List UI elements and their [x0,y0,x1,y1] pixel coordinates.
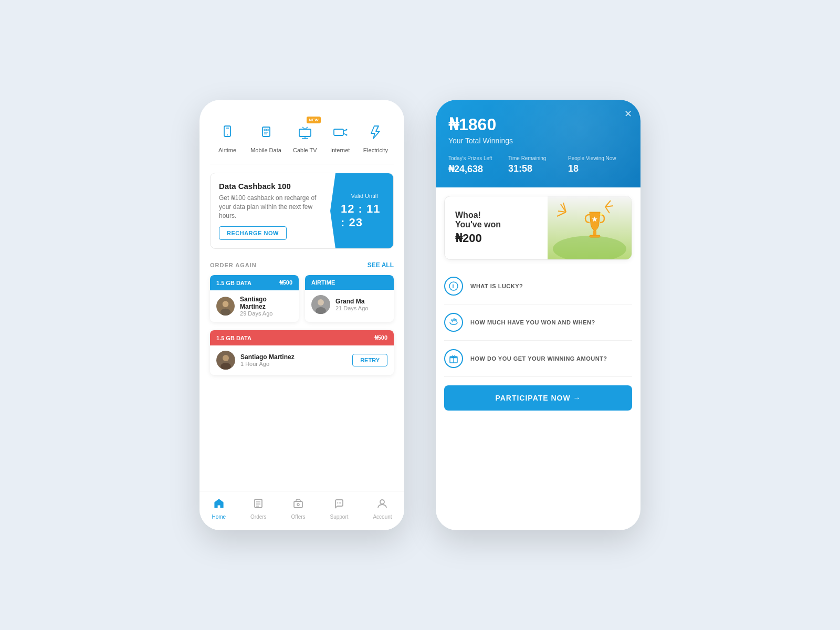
electricity-icon [364,121,387,144]
order-data-person: Santiago Martinez 29 Days Ago [240,296,292,317]
home-icon [213,498,225,512]
svg-rect-31 [294,501,302,508]
recharge-button[interactable]: RECHARGE NOW [219,226,287,240]
right-phone: ✕ ₦1860 Your Total Winnings Today's Priz… [436,100,640,530]
prizes-left-value: ₦24,638 [448,163,508,175]
stat-time-remaining: Time Remaining 31:58 [508,155,568,175]
cashback-title: Data Cashback 100 [219,182,322,191]
total-winnings-amount: ₦1860 [448,114,628,134]
service-item-electricity[interactable]: Electricity [363,121,388,153]
see-all-link[interactable]: SEE ALL [368,261,394,269]
order-data-time: 29 Days Ago [240,310,292,317]
congrats-visual: ★ ✦ [548,196,632,259]
nav-orders[interactable]: Orders [250,498,267,520]
svg-rect-8 [299,129,311,136]
time-remaining-value: 31:58 [508,163,568,174]
nav-orders-label: Orders [250,514,267,520]
faq-label-how-much-won: HOW MUCH HAVE YOU WON AND WHEN? [470,319,595,326]
order-data-header: 1.5 GB DATA ₦500 [210,275,299,290]
nav-home-label: Home [212,514,226,520]
people-viewing-label: People Viewing Now [568,155,628,161]
failed-person-time: 1 Hour Ago [240,361,295,367]
order-data-type: 1.5 GB DATA [216,280,251,286]
hands-icon [444,313,463,332]
svg-point-16 [345,129,347,131]
failed-person-info: Santiago Martinez 1 Hour Ago [240,353,295,367]
order-data-name: Santiago Martinez [240,296,292,310]
participate-button[interactable]: PARTICIPATE NOW → [444,385,632,411]
screens-container: Airtime Mobile Data [200,100,640,530]
cashback-card: Data Cashback 100 Get ₦100 cashback on r… [210,173,394,249]
bottom-nav: Home Orders [200,491,404,530]
order-airtime-type: AIRTIME [311,279,335,286]
congrats-amount: ₦200 [455,232,537,245]
failed-order-amount: ₦500 [374,334,387,341]
svg-point-36 [380,500,384,504]
svg-text:★: ★ [592,216,597,223]
nav-support[interactable]: Support [330,498,348,520]
nav-support-label: Support [330,514,348,520]
gift-icon [444,349,463,368]
svg-rect-4 [264,129,266,131]
avatar-santiago [216,297,235,316]
order-again-header: ORDER AGAIN SEE ALL [210,261,394,269]
order-card-data[interactable]: 1.5 GB DATA ₦500 Santiago Martin [210,275,299,322]
svg-point-22 [318,299,324,306]
offers-icon [292,498,304,512]
cable-tv-label: Cable TV [293,147,317,153]
order-again-title: ORDER AGAIN [210,262,257,268]
electricity-label: Electricity [363,147,388,153]
congrats-title-line1: Whoa! You've won [455,211,537,229]
faq-label-what-is-lucky: WHAT IS LUCKY? [470,283,523,289]
prizes-left-label: Today's Prizes Left [448,155,508,161]
congrats-card: Whoa! You've won ₦200 [444,196,632,260]
faq-item-how-to-get[interactable]: HOW DO YOU GET YOUR WINNING AMOUNT? [444,341,632,377]
order-data-body: Santiago Martinez 29 Days Ago [210,290,299,322]
nav-home[interactable]: Home [212,498,226,520]
faq-item-how-much-won[interactable]: HOW MUCH HAVE YOU WON AND WHEN? [444,304,632,341]
failed-order-header: 1.5 GB DATA ₦500 [210,330,394,345]
avatar-grandma [311,295,330,314]
stats-row: Today's Prizes Left ₦24,638 Time Remaini… [448,155,628,175]
cashback-timer: Valid Untill 12 : 11 : 23 [330,173,393,248]
svg-point-17 [345,134,347,136]
countdown-timer: 12 : 11 : 23 [341,202,388,229]
order-airtime-person: Grand Ma 21 Days Ago [335,298,368,311]
failed-person-name: Santiago Martinez [240,353,295,361]
svg-point-35 [340,502,341,503]
svg-point-34 [339,502,340,503]
cashback-desc: Get ₦100 cashback on recharge of your da… [219,194,322,220]
service-item-cable-tv[interactable]: NEW Cable TV [293,121,317,153]
nav-offers-label: Offers [291,514,306,520]
internet-icon [329,121,352,144]
mobile-data-label: Mobile Data [250,147,281,153]
svg-point-19 [223,301,229,308]
new-badge: NEW [307,117,321,123]
services-row: Airtime Mobile Data [210,116,394,164]
failed-order-body: Santiago Martinez 1 Hour Ago RETRY [210,345,394,375]
svg-rect-3 [262,127,270,136]
svg-point-25 [223,355,229,361]
faq-item-what-is-lucky[interactable]: i WHAT IS LUCKY? [444,268,632,304]
order-data-amount: ₦500 [279,279,292,286]
service-item-internet[interactable]: Internet [329,121,352,153]
orders-icon [253,498,264,512]
nav-account-label: Account [373,514,392,520]
nav-offers[interactable]: Offers [291,498,306,520]
orders-row: 1.5 GB DATA ₦500 Santiago Martin [210,275,394,322]
time-remaining-label: Time Remaining [508,155,568,161]
svg-point-1 [227,134,228,135]
service-item-airtime[interactable]: Airtime [216,121,239,153]
order-card-airtime[interactable]: AIRTIME Grand Ma 21 Days Ago [305,275,394,322]
service-item-mobile-data[interactable]: Mobile Data [250,121,281,153]
retry-button[interactable]: RETRY [352,354,387,366]
cashback-info: Data Cashback 100 Get ₦100 cashback on r… [211,173,330,248]
order-airtime-header: AIRTIME [305,275,394,290]
nav-account[interactable]: Account [373,498,392,520]
close-button[interactable]: ✕ [624,108,632,120]
winner-banner: ✕ ₦1860 Your Total Winnings Today's Priz… [436,100,640,187]
internet-label: Internet [330,147,350,153]
svg-point-20 [220,309,230,316]
participate-section: PARTICIPATE NOW → [436,377,640,419]
airtime-icon [216,121,239,144]
